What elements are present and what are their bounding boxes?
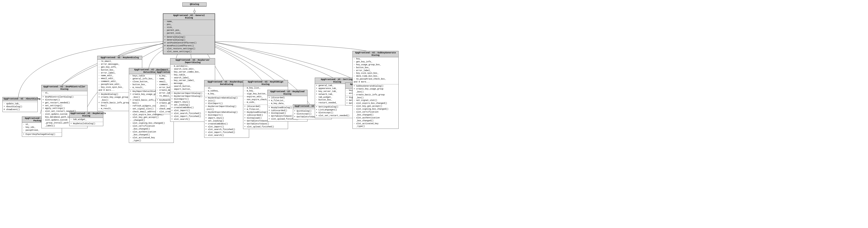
general-dialog-section: + GeneralDialog() + GeneralDialog() # se… [163, 35, 215, 53]
keyserver-import-header: GpgFrontend::UI::KeyServerImportDialog [170, 59, 215, 65]
about-dialog-header: GpgFrontend::UI::AboutDialog [3, 97, 37, 101]
diagram-container: QDialog GpgFrontend::UI::GeneralDialog -… [0, 0, 868, 228]
subkey-generate-box: GpgFrontend::UI::SubkeyGenerateDialog - … [352, 51, 399, 129]
keyupload-header: GpgFrontend::UI::KeyUploadDialog [268, 90, 307, 96]
svg-marker-1 [193, 11, 196, 13]
subkey-generate-header: GpgFrontend::UI::SubkeyGenerateDialog [353, 51, 398, 57]
about-dialog-section: - update_tab_ + AboutDialog() # showEven… [3, 102, 37, 112]
key-details-body: - tab_widget_ [69, 118, 103, 122]
keygen-header: GpgFrontend::UI::KeyGenDialog [97, 56, 142, 60]
gnupg-controller-body: - ui_ [41, 91, 87, 95]
key-details-header: GpgFrontend::UI::KeyDetailsDialog [69, 112, 103, 118]
export-key-section: + ExportKeyPackageDialog() [22, 132, 62, 137]
general-dialog-body: - name_ - pos_ - size_ - parent_pos_ - p… [163, 20, 215, 35]
qdialog-box: QDialog [182, 2, 207, 6]
key-details-section: + KeyDetailsDialog() [69, 122, 103, 126]
general-dialog-header: GpgFrontend::UI::GeneralDialog [163, 14, 215, 20]
key-details-box: GpgFrontend::UI::KeyDetailsDialog - tab_… [69, 112, 103, 126]
qdialog-header: QDialog [183, 3, 206, 6]
subkey-generate-body: - key_ - gen_key_info_ - key_usage_group… [353, 57, 398, 84]
keysetexpire-box: GpgFrontend::UI::KeySetExpireDateDialog … [204, 80, 249, 138]
keysetexpire-section: + KeySetExpireDateDialog() + init() + Sl… [205, 96, 249, 138]
gnupg-controller-header: GpgFrontend::UI::GnuPGControllerDialog [41, 85, 87, 91]
keysetexpire-header: GpgFrontend::UI::KeySetExpireDateDialog [205, 80, 249, 86]
keysetexpire-body: - ui_ - m_subkey_ - m_key_ [205, 86, 249, 96]
keyuid-sign-header: GpgFrontend::UI::KeyUIDSignDialog [243, 80, 288, 86]
general-dialog-box: GpgFrontend::UI::GeneralDialog - name_ -… [163, 13, 215, 54]
subkey-generate-section: + SubkeyGenerateDialog() + create_key_us… [353, 84, 398, 128]
about-dialog-box: GpgFrontend::UI::AboutDialog - update_ta… [2, 97, 38, 112]
